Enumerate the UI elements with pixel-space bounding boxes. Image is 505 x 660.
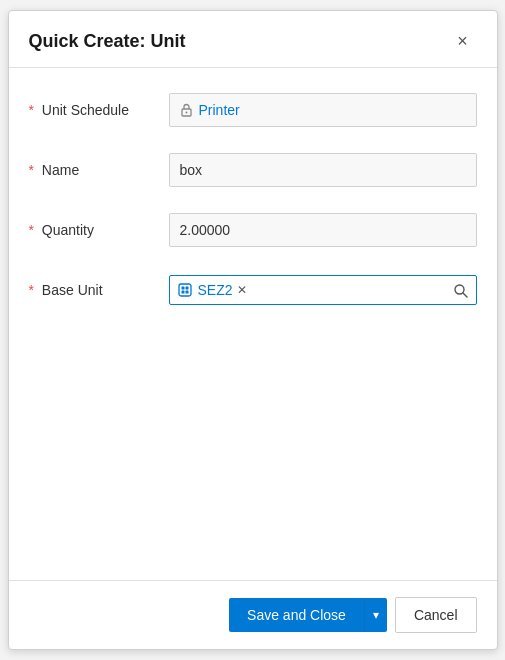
dialog-body: * Unit Schedule Printer <box>9 68 497 580</box>
required-star: * <box>29 102 34 118</box>
quick-create-dialog: Quick Create: Unit × * Unit Schedule <box>8 10 498 650</box>
search-icon <box>453 283 468 298</box>
svg-rect-5 <box>181 291 184 294</box>
quantity-control <box>169 213 477 247</box>
quantity-label: * Quantity <box>29 222 169 238</box>
dialog-header: Quick Create: Unit × <box>9 11 497 68</box>
name-label: * Name <box>29 162 169 178</box>
name-input[interactable] <box>169 153 477 187</box>
base-unit-tag-link[interactable]: SEZ2 <box>198 282 233 298</box>
svg-rect-2 <box>179 284 191 296</box>
base-unit-control: SEZ2 ✕ <box>169 275 477 305</box>
lock-icon <box>180 103 193 117</box>
unit-schedule-field: Printer <box>169 93 477 127</box>
quantity-input[interactable] <box>169 213 477 247</box>
base-unit-field[interactable]: SEZ2 ✕ <box>169 275 477 305</box>
save-chevron-button[interactable]: ▾ <box>364 598 387 632</box>
unit-schedule-link[interactable]: Printer <box>199 102 240 118</box>
required-star: * <box>29 222 34 238</box>
name-control <box>169 153 477 187</box>
base-unit-entity-icon <box>178 283 192 297</box>
close-icon: × <box>457 31 468 52</box>
base-unit-row: * Base Unit SEZ2 ✕ <box>29 268 477 312</box>
save-button-group: Save and Close ▾ <box>229 598 387 632</box>
name-row: * Name <box>29 148 477 192</box>
dialog-title: Quick Create: Unit <box>29 31 186 52</box>
svg-rect-6 <box>185 291 188 294</box>
svg-line-8 <box>463 293 467 297</box>
svg-rect-3 <box>181 287 184 290</box>
base-unit-search-button[interactable] <box>453 283 468 298</box>
cancel-button[interactable]: Cancel <box>395 597 477 633</box>
base-unit-remove-icon[interactable]: ✕ <box>237 283 247 297</box>
close-button[interactable]: × <box>449 27 477 55</box>
unit-schedule-row: * Unit Schedule Printer <box>29 88 477 132</box>
dialog-footer: Save and Close ▾ Cancel <box>9 580 497 649</box>
required-star: * <box>29 282 34 298</box>
svg-rect-4 <box>185 287 188 290</box>
chevron-down-icon: ▾ <box>373 608 379 622</box>
unit-schedule-control: Printer <box>169 93 477 127</box>
svg-point-1 <box>185 112 187 114</box>
quantity-row: * Quantity <box>29 208 477 252</box>
base-unit-label: * Base Unit <box>29 282 169 298</box>
required-star: * <box>29 162 34 178</box>
save-and-close-button[interactable]: Save and Close <box>229 598 364 632</box>
unit-schedule-label: * Unit Schedule <box>29 102 169 118</box>
